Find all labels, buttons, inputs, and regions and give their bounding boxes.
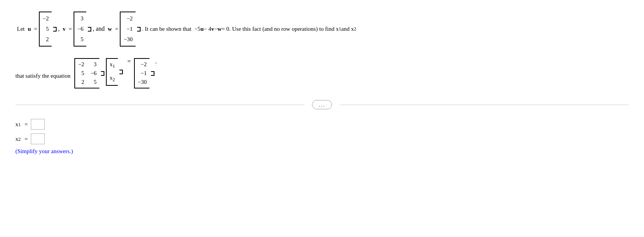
x2-label: x2 bbox=[15, 136, 21, 142]
r3: −30 bbox=[138, 79, 147, 85]
u-left-bracket: −2 5 2 bbox=[39, 12, 52, 47]
result-right-bracket bbox=[151, 71, 154, 76]
intro-text: Let bbox=[17, 25, 25, 33]
v-cell-1: 3 bbox=[80, 15, 84, 23]
x2-input[interactable] bbox=[31, 134, 45, 144]
w-left-bracket: −2 −1 −30 bbox=[120, 12, 135, 47]
v-label: v bbox=[63, 25, 66, 33]
matrix-a: −2 3 5 −6 2 5 bbox=[74, 58, 104, 88]
matrix-a-inner: −2 3 5 −6 2 5 bbox=[77, 60, 98, 86]
w-cell-1: −2 bbox=[127, 15, 133, 23]
u-cell-2: 5 bbox=[46, 25, 49, 33]
a12: 3 bbox=[91, 61, 97, 68]
divider-section: ... bbox=[15, 100, 629, 109]
x-vector-wrap: x1 x2 bbox=[106, 58, 123, 86]
x2-row: x2 = bbox=[15, 134, 629, 144]
result-left-bracket: −2 −1 −30 bbox=[134, 58, 149, 88]
u-vector-inner: −2 5 2 bbox=[41, 14, 50, 44]
a32: 5 bbox=[91, 79, 97, 85]
that-satisfy-label: that satisfy the equation bbox=[15, 73, 70, 79]
x1-label: x1 bbox=[15, 121, 21, 128]
r1: −2 bbox=[141, 61, 147, 68]
comma-1: , bbox=[58, 25, 60, 33]
w-label: w bbox=[108, 25, 112, 33]
description-text: . It can be shown that −5u − 4v − w = 0.… bbox=[142, 25, 356, 33]
u-vector: −2 5 2 bbox=[39, 12, 57, 47]
comma-2: , and bbox=[93, 25, 105, 33]
divider-left bbox=[15, 105, 304, 105]
u-cell-1: −2 bbox=[43, 15, 49, 23]
x1-input[interactable] bbox=[31, 119, 45, 130]
period: . bbox=[155, 58, 157, 65]
x1-eq-sign: = bbox=[25, 121, 28, 128]
result-vector-inner: −2 −1 −30 bbox=[136, 60, 148, 86]
v-cell-3: 5 bbox=[80, 35, 84, 43]
x-left-bracket: x1 x2 bbox=[106, 58, 118, 86]
w-bold: w bbox=[217, 25, 221, 33]
equals-3: = bbox=[115, 25, 118, 33]
w-vector: −2 −1 −30 bbox=[120, 12, 140, 47]
r2: −1 bbox=[141, 70, 147, 77]
second-line: that satisfy the equation −2 3 5 −6 2 5 … bbox=[15, 58, 629, 88]
problem-statement: Let u = −2 5 2 , v = 3 −6 5 , and w = bbox=[15, 12, 629, 47]
matrix-a-left: −2 3 5 −6 2 5 bbox=[74, 58, 99, 88]
v-cell-2: −6 bbox=[77, 25, 84, 33]
simplify-note: (Simplify your answers.) bbox=[15, 148, 629, 155]
u-label: u bbox=[28, 25, 31, 33]
x2-answer-sub: 2 bbox=[18, 137, 21, 142]
x1-sub-header: 1 bbox=[339, 26, 341, 33]
w-right-bracket bbox=[137, 27, 141, 32]
u-cell-3: 2 bbox=[46, 35, 49, 43]
w-vector-inner: −2 −1 −30 bbox=[122, 14, 134, 44]
x2-eq-sign: = bbox=[25, 136, 28, 142]
x2-cell: x2 bbox=[110, 75, 115, 83]
equals-2: = bbox=[69, 25, 72, 33]
v-vector-inner: 3 −6 5 bbox=[76, 14, 85, 44]
a21: 5 bbox=[78, 70, 84, 77]
u-bold: u bbox=[200, 25, 203, 33]
answer-section: x1 = x2 = (Simplify your answers.) bbox=[15, 119, 629, 155]
x1-cell: x1 bbox=[110, 61, 115, 69]
x2-sub: 2 bbox=[112, 77, 115, 82]
a22: −6 bbox=[91, 70, 97, 77]
equals-matrix: = bbox=[127, 58, 131, 65]
u-right-bracket bbox=[53, 27, 57, 32]
matrix-a-right bbox=[101, 71, 104, 76]
x-vector-inner: x1 x2 bbox=[108, 60, 117, 83]
x1-sub: 1 bbox=[112, 63, 115, 69]
v-vector: 3 −6 5 bbox=[74, 12, 91, 47]
divider-right bbox=[340, 105, 629, 105]
w-cell-2: −1 bbox=[127, 25, 133, 33]
v-left-bracket: 3 −6 5 bbox=[74, 12, 86, 47]
expand-button[interactable]: ... bbox=[312, 100, 332, 109]
result-vector-wrap: −2 −1 −30 bbox=[134, 58, 154, 88]
v-bold: v bbox=[211, 25, 214, 33]
x1-answer-sub: 1 bbox=[18, 122, 21, 128]
a31: 2 bbox=[78, 79, 84, 85]
x1-row: x1 = bbox=[15, 119, 629, 130]
v-right-bracket bbox=[88, 27, 91, 32]
x-right-bracket bbox=[119, 70, 123, 74]
equals-1: = bbox=[34, 25, 37, 33]
w-cell-3: −30 bbox=[124, 35, 132, 43]
a11: −2 bbox=[78, 61, 84, 68]
x2-sub-header: 2 bbox=[354, 26, 356, 33]
